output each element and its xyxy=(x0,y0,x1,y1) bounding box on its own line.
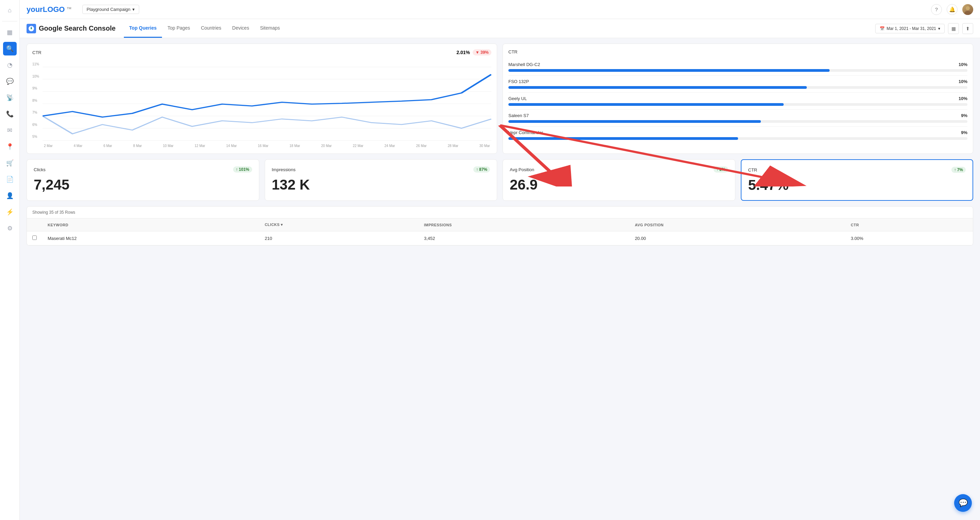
sidebar: ⌂ ▦ 🔍 ◔ 💬 📡 📞 ✉ 📍 🛒 📄 👤 ⚡ ⚙ xyxy=(0,0,20,520)
svg-point-3 xyxy=(30,28,32,29)
sort-icon: ▾ xyxy=(281,223,283,227)
sidebar-settings[interactable]: ⚙ xyxy=(3,221,17,235)
bar-fill-4 xyxy=(508,137,738,140)
bar-value-1: 10% xyxy=(959,79,967,84)
table-info: Showing 35 of 35 Rows xyxy=(27,207,973,218)
chat-button[interactable]: 💬 xyxy=(954,494,972,512)
stat-ctr-badge: ↑ 7% xyxy=(951,167,966,173)
bar-label-0: Marshell DG-C2 xyxy=(508,62,540,67)
stat-impressions-badge: ↑ 87% xyxy=(473,166,490,173)
data-table: Keyword Clicks ▾ Impressions Avg Positio… xyxy=(27,218,973,245)
campaign-label: Playground Campaign xyxy=(87,7,130,12)
stat-avg-position: Avg Position ↑ 2% 26.9 xyxy=(503,159,735,201)
sidebar-home[interactable]: ⌂ xyxy=(3,3,17,17)
col-ctr[interactable]: CTR xyxy=(845,218,973,231)
sidebar-chart[interactable]: ◔ xyxy=(3,58,17,72)
sidebar-dashboard[interactable]: ▦ xyxy=(3,25,17,39)
bar-track-2 xyxy=(508,103,967,106)
charts-row: CTR 2.01% ▼ 39% 11% 10% xyxy=(27,44,973,154)
date-range-button[interactable]: 📅 Mar 1, 2021 - Mar 31, 2021 ▾ xyxy=(875,24,945,33)
line-chart-svg xyxy=(43,60,492,141)
notifications-button[interactable]: 🔔 xyxy=(947,4,958,15)
table-card: Showing 35 of 35 Rows Keyword Clicks ▾ xyxy=(27,206,973,246)
calendar-icon: 📅 xyxy=(880,26,885,31)
bar-value-3: 9% xyxy=(961,113,967,118)
col-keyword[interactable]: Keyword xyxy=(42,218,259,231)
subheader-right: 📅 Mar 1, 2021 - Mar 31, 2021 ▾ ▦ ⬆ xyxy=(875,23,973,34)
topbar-right: ? 🔔 xyxy=(931,4,973,15)
stat-clicks-value: 7,245 xyxy=(34,177,252,193)
bell-icon: 🔔 xyxy=(949,6,956,13)
y-axis-labels: 11% 10% 9% 8% 7% 6% 5% xyxy=(32,60,43,141)
svg-point-0 xyxy=(966,6,970,10)
stat-clicks: Clicks ↑ 101% 7,245 xyxy=(27,159,259,201)
bar-label-3: Saleen S7 xyxy=(508,113,529,118)
stat-ctr-label: CTR xyxy=(748,167,757,173)
bar-label-1: FSO 132P xyxy=(508,79,529,84)
share-button[interactable]: ⬆ xyxy=(962,23,973,34)
sidebar-doc[interactable]: 📄 xyxy=(3,173,17,186)
stats-with-arrows: Clicks ↑ 101% 7,245 Impressions ↑ xyxy=(27,159,973,201)
chat-icon: 💬 xyxy=(959,499,968,507)
tab-devices[interactable]: Devices xyxy=(227,19,255,38)
row-check-input[interactable] xyxy=(32,235,37,240)
date-range-text: Mar 1, 2021 - Mar 31, 2021 xyxy=(887,26,936,31)
tab-countries[interactable]: Countries xyxy=(195,19,227,38)
avatar[interactable] xyxy=(962,4,973,15)
sidebar-plugin[interactable]: ⚡ xyxy=(3,205,17,219)
bar-item-3: Saleen S7 9% xyxy=(508,110,967,127)
tab-sitemaps[interactable]: Sitemaps xyxy=(255,19,285,38)
ctr-chart-title: CTR xyxy=(32,50,41,55)
logo-your: your xyxy=(27,5,43,14)
sidebar-search[interactable]: 🔍 xyxy=(3,42,17,56)
sidebar-chat[interactable]: 💬 xyxy=(3,75,17,88)
dropdown-chevron-icon: ▾ xyxy=(132,7,135,12)
row-avg-position: 20.00 xyxy=(630,231,846,245)
topbar: yourLOGO TM Playground Campaign ▾ ? 🔔 xyxy=(20,0,980,19)
subheader: Google Search Console Top Queries Top Pa… xyxy=(20,19,980,38)
content-area: Google Search Console Top Queries Top Pa… xyxy=(20,19,980,520)
campaign-dropdown[interactable]: Playground Campaign ▾ xyxy=(82,5,140,14)
bar-fill-0 xyxy=(508,69,830,72)
tab-top-queries[interactable]: Top Queries xyxy=(124,19,162,38)
columns-icon: ▦ xyxy=(951,26,956,31)
table-showing-text: Showing 35 of 35 Rows xyxy=(32,210,75,215)
ctr-line-chart-card: CTR 2.01% ▼ 39% 11% 10% xyxy=(27,44,497,154)
logo-bold: LOGO xyxy=(43,5,65,14)
ctr-bar-title: CTR xyxy=(508,49,517,54)
up-arrow-icon: ↑ xyxy=(236,167,238,172)
ctr-chart-value-area: 2.01% ▼ 39% xyxy=(456,49,492,56)
sidebar-cart[interactable]: 🛒 xyxy=(3,156,17,170)
sidebar-signal[interactable]: 📡 xyxy=(3,91,17,105)
stat-clicks-badge: ↑ 101% xyxy=(233,166,252,173)
sidebar-location[interactable]: 📍 xyxy=(3,140,17,153)
columns-button[interactable]: ▦ xyxy=(948,23,959,34)
col-clicks[interactable]: Clicks ▾ xyxy=(259,218,418,231)
ctr-bar-chart-card: CTR Marshell DG-C2 10% FSO 132P xyxy=(503,44,973,154)
stat-ctr: CTR ↑ 7% 5.47% xyxy=(741,159,974,201)
bar-list: Marshell DG-C2 10% FSO 132P 10% xyxy=(508,59,967,143)
col-impressions[interactable]: Impressions xyxy=(418,218,630,231)
down-arrow-icon: ▼ xyxy=(476,50,479,55)
stat-avgpos-badge: ↑ 2% xyxy=(714,166,728,173)
col-checkbox xyxy=(27,218,42,231)
bar-item-1: FSO 132P 10% xyxy=(508,76,967,92)
stat-impressions-value: 132 K xyxy=(272,177,490,193)
row-impressions: 3,452 xyxy=(418,231,630,245)
sidebar-mail[interactable]: ✉ xyxy=(3,124,17,137)
bar-value-4: 9% xyxy=(961,130,967,135)
row-keyword: Maserati Mc12 xyxy=(42,231,259,245)
page-content: CTR 2.01% ▼ 39% 11% 10% xyxy=(20,38,980,251)
tab-top-pages[interactable]: Top Pages xyxy=(162,19,195,38)
ctr-badge: ▼ 39% xyxy=(473,49,492,56)
bar-track-4 xyxy=(508,137,967,140)
row-checkbox[interactable] xyxy=(27,231,42,245)
stat-impressions: Impressions ↑ 87% 132 K xyxy=(265,159,498,201)
page-title: Google Search Console xyxy=(27,24,116,33)
sidebar-phone[interactable]: 📞 xyxy=(3,107,17,121)
sidebar-user[interactable]: 👤 xyxy=(3,189,17,202)
help-button[interactable]: ? xyxy=(931,4,942,15)
bar-track-3 xyxy=(508,120,967,123)
bar-item-4: Vepr Commander 9% xyxy=(508,127,967,143)
col-avg-position[interactable]: Avg Position xyxy=(630,218,846,231)
